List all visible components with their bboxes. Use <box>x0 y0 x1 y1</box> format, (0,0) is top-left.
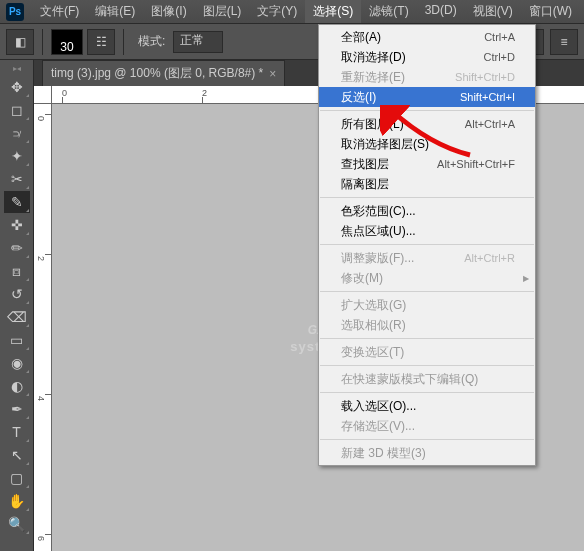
type-tool[interactable]: T <box>4 421 30 443</box>
menu-item[interactable]: 取消选择图层(S) <box>319 134 535 154</box>
menu-item-label: 色彩范围(C)... <box>341 203 416 220</box>
dodge-tool[interactable]: ◐ <box>4 375 30 397</box>
menu-item[interactable]: 所有图层(L)Alt+Ctrl+A <box>319 114 535 134</box>
menu-item[interactable]: 取消选择(D)Ctrl+D <box>319 47 535 67</box>
menu-separator <box>320 197 534 198</box>
menu-item-shortcut: Alt+Ctrl+A <box>465 118 515 130</box>
brush-tool[interactable]: ✏ <box>4 237 30 259</box>
crop-tool[interactable]: ✂ <box>4 168 30 190</box>
menu-item: 新建 3D 模型(3) <box>319 443 535 463</box>
menu-item-label: 在快速蒙版模式下编辑(Q) <box>341 371 478 388</box>
tool-preset-button[interactable]: ◧ <box>6 29 34 55</box>
menu-item[interactable]: 隔离图层 <box>319 174 535 194</box>
menu-item[interactable]: 反选(I)Shift+Ctrl+I <box>319 87 535 107</box>
move-tool[interactable]: ✥ <box>4 76 30 98</box>
menu-选择[interactable]: 选择(S) <box>305 0 361 23</box>
menu-item-shortcut: Ctrl+A <box>484 31 515 43</box>
blur-tool[interactable]: ◉ <box>4 352 30 374</box>
ruler-corner <box>34 86 52 104</box>
menu-文字[interactable]: 文字(Y) <box>249 0 305 23</box>
ruler-vertical: 0246 <box>34 104 52 551</box>
menu-item: 重新选择(E)Shift+Ctrl+D <box>319 67 535 87</box>
menu-文件[interactable]: 文件(F) <box>32 0 87 23</box>
menu-图层[interactable]: 图层(L) <box>195 0 250 23</box>
menu-item-shortcut: Shift+Ctrl+I <box>460 91 515 103</box>
tool-panel: ▸◂ ✥◻⟉✦✂✎✜✏⧈↺⌫▭◉◐✒T↖▢✋🔍 <box>0 60 34 551</box>
brush-panel-button[interactable]: ☷ <box>87 29 115 55</box>
close-icon[interactable]: × <box>269 67 276 81</box>
separator <box>42 29 43 55</box>
stamp-tool[interactable]: ⧈ <box>4 260 30 282</box>
menu-separator <box>320 110 534 111</box>
menu-item-shortcut: Ctrl+D <box>484 51 515 63</box>
menu-bar: Ps 文件(F)编辑(E)图像(I)图层(L)文字(Y)选择(S)滤镜(T)3D… <box>0 0 584 24</box>
panel-grip[interactable]: ▸◂ <box>2 64 32 72</box>
menu-item: 变换选区(T) <box>319 342 535 362</box>
pen-tool[interactable]: ✒ <box>4 398 30 420</box>
menu-item[interactable]: 焦点区域(U)... <box>319 221 535 241</box>
menu-item-label: 焦点区域(U)... <box>341 223 416 240</box>
menu-item-shortcut: Alt+Ctrl+R <box>464 252 515 264</box>
gradient-tool[interactable]: ▭ <box>4 329 30 351</box>
blend-mode-label: 模式: <box>138 33 165 50</box>
menu-item-label: 调整蒙版(F)... <box>341 250 414 267</box>
menu-item[interactable]: 查找图层Alt+Shift+Ctrl+F <box>319 154 535 174</box>
menu-item-shortcut: Shift+Ctrl+D <box>455 71 515 83</box>
menu-视图[interactable]: 视图(V) <box>465 0 521 23</box>
blend-mode-value: 正常 <box>180 33 204 47</box>
separator <box>123 29 124 55</box>
menu-item-label: 选取相似(R) <box>341 317 406 334</box>
menu-item-label: 重新选择(E) <box>341 69 405 86</box>
menu-item-label: 取消选择(D) <box>341 49 406 66</box>
menu-图像[interactable]: 图像(I) <box>143 0 194 23</box>
path-select-tool[interactable]: ↖ <box>4 444 30 466</box>
eraser-tool[interactable]: ⌫ <box>4 306 30 328</box>
document-tab[interactable]: timg (3).jpg @ 100% (图层 0, RGB/8#) * × <box>42 60 285 86</box>
menu-separator <box>320 291 534 292</box>
menu-item: 修改(M) <box>319 268 535 288</box>
hand-tool[interactable]: ✋ <box>4 490 30 512</box>
menu-item-shortcut: Alt+Shift+Ctrl+F <box>437 158 515 170</box>
menu-separator <box>320 365 534 366</box>
menu-滤镜[interactable]: 滤镜(T) <box>361 0 416 23</box>
healing-brush-tool[interactable]: ✜ <box>4 214 30 236</box>
menu-item-label: 修改(M) <box>341 270 383 287</box>
menu-item[interactable]: 色彩范围(C)... <box>319 201 535 221</box>
app-logo: Ps <box>6 3 24 21</box>
magic-wand-tool[interactable]: ✦ <box>4 145 30 167</box>
menu-item-label: 扩大选取(G) <box>341 297 406 314</box>
menu-separator <box>320 244 534 245</box>
menu-item-label: 全部(A) <box>341 29 381 46</box>
history-brush-tool[interactable]: ↺ <box>4 283 30 305</box>
menu-item: 调整蒙版(F)...Alt+Ctrl+R <box>319 248 535 268</box>
menu-separator <box>320 439 534 440</box>
menu-separator <box>320 392 534 393</box>
menu-item-label: 新建 3D 模型(3) <box>341 445 426 462</box>
zoom-tool[interactable]: 🔍 <box>4 513 30 535</box>
menu-编辑[interactable]: 编辑(E) <box>87 0 143 23</box>
menu-3d[interactable]: 3D(D) <box>417 0 465 23</box>
menu-item: 扩大选取(G) <box>319 295 535 315</box>
menu-item-label: 反选(I) <box>341 89 376 106</box>
marquee-tool[interactable]: ◻ <box>4 99 30 121</box>
lasso-tool[interactable]: ⟉ <box>4 122 30 144</box>
menu-窗口[interactable]: 窗口(W) <box>521 0 580 23</box>
menu-item-label: 取消选择图层(S) <box>341 136 429 153</box>
blend-mode-select[interactable]: 正常 <box>173 31 223 53</box>
menu-item-label: 载入选区(O)... <box>341 398 416 415</box>
eyedropper-tool[interactable]: ✎ <box>4 191 30 213</box>
menu-item: 存储选区(V)... <box>319 416 535 436</box>
brush-size-value: 30 <box>60 40 73 54</box>
shape-tool[interactable]: ▢ <box>4 467 30 489</box>
menu-item[interactable]: 全部(A)Ctrl+A <box>319 27 535 47</box>
brush-preset-swatch[interactable]: 30 <box>51 29 83 55</box>
menu-item: 在快速蒙版模式下编辑(Q) <box>319 369 535 389</box>
select-menu-dropdown: 全部(A)Ctrl+A取消选择(D)Ctrl+D重新选择(E)Shift+Ctr… <box>318 24 536 466</box>
document-tab-title: timg (3).jpg @ 100% (图层 0, RGB/8#) * <box>51 65 263 82</box>
menu-item: 选取相似(R) <box>319 315 535 335</box>
opt-icon-align[interactable]: ≡ <box>550 29 578 55</box>
menu-item-label: 查找图层 <box>341 156 389 173</box>
menu-item[interactable]: 载入选区(O)... <box>319 396 535 416</box>
menu-item-label: 隔离图层 <box>341 176 389 193</box>
menu-item-label: 存储选区(V)... <box>341 418 415 435</box>
